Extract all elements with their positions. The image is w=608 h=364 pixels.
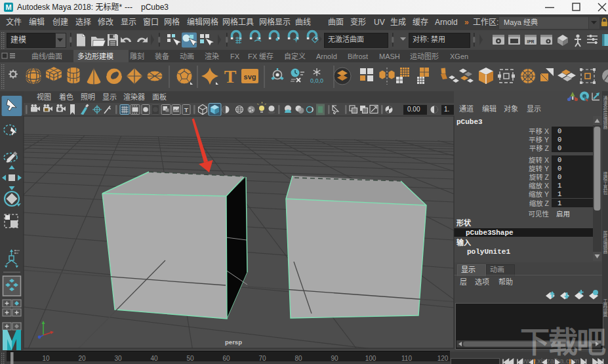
svg-text:persp: persp [225,338,242,346]
